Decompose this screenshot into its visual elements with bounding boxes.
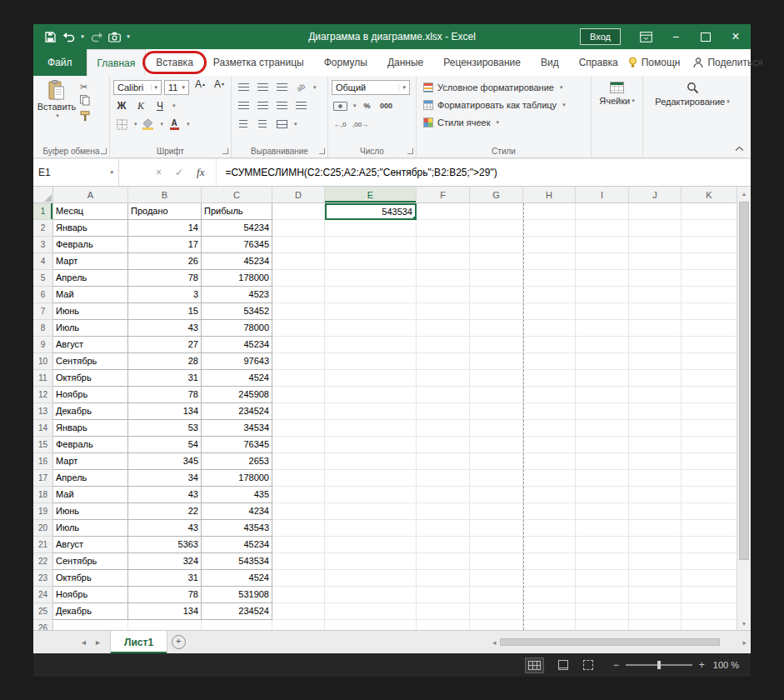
row-header-12[interactable]: 12 (33, 387, 53, 403)
cell-G2[interactable] (470, 220, 523, 237)
comma-style-button[interactable]: 000 (378, 98, 395, 114)
cell-I4[interactable] (576, 253, 629, 270)
cell-F9[interactable] (417, 337, 470, 353)
cell-H20[interactable] (523, 520, 576, 537)
cell-B23[interactable]: 31 (128, 570, 202, 587)
minimize-button[interactable]: − (661, 24, 691, 49)
row-header-1[interactable]: 1 (33, 203, 53, 220)
cell-H13[interactable] (523, 403, 576, 420)
cell-A4[interactable]: Март (53, 253, 128, 270)
cell-C22[interactable]: 543534 (202, 553, 272, 570)
cell-J14[interactable] (629, 420, 682, 437)
cell-C14[interactable]: 34534 (202, 420, 272, 437)
cell-I25[interactable] (576, 603, 629, 620)
zoom-level[interactable]: 100 % (713, 660, 739, 670)
cell-C11[interactable]: 4524 (202, 370, 272, 387)
cell-E1[interactable]: 543534 (325, 203, 417, 220)
cell-K21[interactable] (682, 537, 737, 553)
cell-K11[interactable] (682, 370, 737, 387)
cell-G16[interactable] (470, 453, 523, 470)
cell-B1[interactable]: Продано (128, 203, 202, 220)
cell-C19[interactable]: 4234 (202, 503, 272, 520)
cell-K10[interactable] (682, 353, 737, 370)
share-button[interactable]: Поделиться (693, 57, 762, 68)
cell-I1[interactable] (576, 203, 629, 220)
cell-G7[interactable] (470, 303, 523, 320)
cell-A22[interactable]: Сентябрь (53, 553, 128, 570)
cell-C25[interactable]: 234524 (202, 603, 272, 620)
page-layout-view-button[interactable] (558, 660, 568, 670)
row-header-22[interactable]: 22 (33, 553, 53, 570)
cell-E9[interactable] (325, 337, 417, 353)
cell-B13[interactable]: 134 (128, 403, 202, 420)
cell-D15[interactable] (272, 437, 325, 453)
sheet-nav-left-icon[interactable]: ◂ (82, 638, 86, 647)
cell-F5[interactable] (417, 270, 470, 287)
cell-J24[interactable] (629, 587, 682, 603)
row-header-25[interactable]: 25 (33, 603, 53, 620)
cell-H10[interactable] (523, 353, 576, 370)
cell-J10[interactable] (629, 353, 682, 370)
cell-C20[interactable]: 43543 (202, 520, 272, 537)
cell-G9[interactable] (470, 337, 523, 353)
hscroll-right-icon[interactable]: ▸ (742, 638, 747, 647)
cell-A16[interactable]: Март (53, 453, 128, 470)
cell-E8[interactable] (325, 320, 417, 337)
cell-F1[interactable] (417, 203, 470, 220)
name-box[interactable]: E1 ▾ (33, 159, 119, 186)
cell-G19[interactable] (470, 503, 523, 520)
cell-I24[interactable] (576, 587, 629, 603)
cell-I5[interactable] (576, 270, 629, 287)
cell-H23[interactable] (523, 570, 576, 587)
column-header-H[interactable]: H (523, 187, 576, 203)
cell-A9[interactable]: Август (53, 337, 128, 353)
cell-F11[interactable] (417, 370, 470, 387)
cell-B25[interactable]: 134 (128, 603, 202, 620)
row-header-19[interactable]: 19 (33, 503, 53, 520)
cell-B21[interactable]: 5363 (128, 537, 202, 553)
cell-J5[interactable] (629, 270, 682, 287)
cell-I7[interactable] (576, 303, 629, 320)
row-header-3[interactable]: 3 (33, 237, 53, 253)
cell-J3[interactable] (629, 237, 682, 253)
cell-H25[interactable] (523, 603, 576, 620)
cell-E14[interactable] (325, 420, 417, 437)
ribbon-display-options-icon[interactable] (631, 24, 661, 49)
cell-E15[interactable] (325, 437, 417, 453)
cell-B9[interactable]: 27 (128, 337, 202, 353)
cell-D3[interactable] (272, 237, 325, 253)
cell-B5[interactable]: 78 (128, 270, 202, 287)
cell-I14[interactable] (576, 420, 629, 437)
cell-H18[interactable] (523, 487, 576, 503)
fill-color-button[interactable] (140, 116, 157, 132)
cell-E20[interactable] (325, 520, 417, 537)
cell-J8[interactable] (629, 320, 682, 337)
row-header-11[interactable]: 11 (33, 370, 53, 387)
cell-C21[interactable]: 45234 (202, 537, 272, 553)
cell-F17[interactable] (417, 470, 470, 487)
cell-F21[interactable] (417, 537, 470, 553)
cell-F23[interactable] (417, 570, 470, 587)
cell-D20[interactable] (272, 520, 325, 537)
cell-C15[interactable]: 76345 (202, 437, 272, 453)
cell-G26[interactable] (470, 620, 523, 630)
cell-F12[interactable] (417, 387, 470, 403)
grow-font-button[interactable]: А▴ (192, 79, 208, 96)
cell-B7[interactable]: 15 (128, 303, 202, 320)
cell-A17[interactable]: Апрель (53, 470, 128, 487)
decrease-indent-button[interactable] (235, 116, 252, 132)
column-header-C[interactable]: C (202, 187, 272, 203)
row-header-9[interactable]: 9 (33, 337, 53, 353)
cell-E4[interactable] (325, 253, 417, 270)
cell-A1[interactable]: Месяц (53, 203, 128, 220)
cell-J23[interactable] (629, 570, 682, 587)
cell-D9[interactable] (272, 337, 325, 353)
row-header-6[interactable]: 6 (33, 287, 53, 303)
cell-A7[interactable]: Июнь (53, 303, 128, 320)
cell-J12[interactable] (629, 387, 682, 403)
add-sheet-button[interactable]: + (167, 631, 189, 653)
cell-B20[interactable]: 43 (128, 520, 202, 537)
cell-G21[interactable] (470, 537, 523, 553)
column-header-E[interactable]: E (325, 187, 417, 203)
cell-G1[interactable] (470, 203, 523, 220)
